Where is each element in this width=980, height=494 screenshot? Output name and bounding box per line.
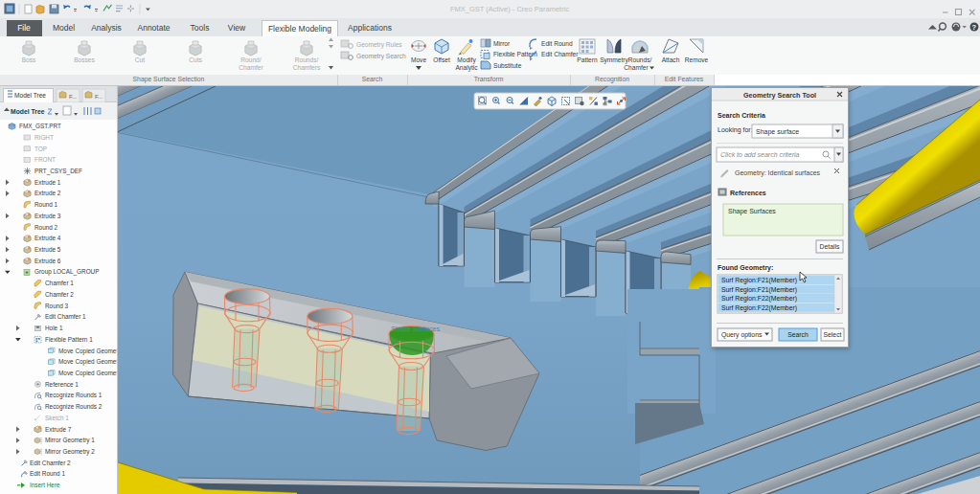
svg-text:Round/: Round/	[240, 56, 261, 63]
svg-text:F...: F...	[95, 94, 103, 100]
svg-text:Details: Details	[820, 243, 840, 250]
svg-text:Recognize Rounds 1: Recognize Rounds 1	[45, 392, 103, 399]
svg-text:Chamfer 1: Chamfer 1	[45, 280, 74, 286]
svg-text:FMX_GST.PRT: FMX_GST.PRT	[19, 123, 61, 130]
svg-text:Looking for:: Looking for:	[718, 126, 753, 134]
svg-text:Extrude 4: Extrude 4	[34, 235, 61, 241]
svg-text:Model Tree: Model Tree	[14, 92, 46, 99]
svg-text:Model Tree: Model Tree	[11, 108, 45, 115]
svg-text:Bosses: Bosses	[74, 56, 95, 63]
svg-text:Insert Here: Insert Here	[30, 482, 60, 488]
svg-text:Round 3: Round 3	[45, 303, 69, 309]
svg-text:References: References	[730, 190, 766, 196]
svg-text:Found Geometry:: Found Geometry:	[718, 264, 773, 272]
svg-text:F...: F...	[69, 94, 77, 100]
svg-text:Shape surface: Shape surface	[756, 128, 799, 136]
svg-text:Geometry Rules: Geometry Rules	[356, 41, 402, 49]
svg-text:TOP: TOP	[34, 146, 47, 152]
svg-text:Analytic: Analytic	[455, 64, 478, 72]
svg-text:Cuts: Cuts	[189, 56, 202, 63]
svg-text:Attach: Attach	[662, 56, 680, 63]
svg-text:Edit Round 1: Edit Round 1	[30, 470, 65, 477]
svg-text:FRONT: FRONT	[34, 156, 56, 163]
svg-text:Extrude 5: Extrude 5	[34, 246, 61, 253]
svg-text:Rounds/: Rounds/	[295, 56, 319, 63]
svg-text:Edit Chamfer 1: Edit Chamfer 1	[45, 313, 86, 320]
svg-text:Extrude 6: Extrude 6	[34, 258, 61, 264]
svg-text:Remove: Remove	[685, 56, 709, 63]
svg-text:PRT_CSYS_DEF: PRT_CSYS_DEF	[34, 168, 82, 175]
svg-text:Select: Select	[824, 331, 842, 338]
svg-text:Substitute: Substitute	[493, 62, 522, 69]
svg-text:Edit Round: Edit Round	[541, 40, 573, 47]
svg-text:Chamfer 2: Chamfer 2	[45, 291, 74, 298]
svg-text:Query options: Query options	[721, 331, 763, 339]
svg-text:Chamfer: Chamfer	[239, 64, 263, 71]
svg-text:Hole 1: Hole 1	[45, 325, 63, 331]
svg-text:Mirror Geometry 2: Mirror Geometry 2	[45, 448, 95, 456]
svg-text:Search Criteria: Search Criteria	[718, 112, 765, 119]
svg-text:Chamfers: Chamfers	[293, 64, 321, 71]
svg-text:Extrude 2: Extrude 2	[34, 190, 61, 196]
svg-text:Recognize Rounds 2: Recognize Rounds 2	[45, 403, 103, 411]
svg-text:Extrude 3: Extrude 3	[34, 213, 61, 219]
svg-text:Offset: Offset	[433, 56, 450, 63]
svg-text:Move Copied Geometry: Move Copied Geometry	[58, 348, 117, 355]
svg-text:Edit Chamfer 2: Edit Chamfer 2	[30, 460, 71, 466]
svg-text:Extrude 1: Extrude 1	[34, 179, 61, 186]
svg-text:FMX_GST (Active) - Creo Parame: FMX_GST (Active) - Creo Parametric	[450, 5, 569, 13]
svg-text:Mirror: Mirror	[493, 40, 511, 47]
svg-text:Geometry: Identical surfaces: Geometry: Identical surfaces	[735, 169, 821, 177]
svg-text:Geometry Search Tool: Geometry Search Tool	[743, 91, 816, 100]
svg-text:Surf Region:F21(Member): Surf Region:F21(Member)	[721, 286, 797, 294]
svg-text:Flexible Pattern 1: Flexible Pattern 1	[45, 336, 93, 343]
svg-text:Surf Region:F22(Member): Surf Region:F22(Member)	[721, 295, 797, 303]
svg-text:Round 2: Round 2	[34, 224, 58, 231]
svg-text:Sketch 1: Sketch 1	[45, 415, 69, 421]
svg-text:Search: Search	[787, 331, 809, 338]
svg-text:Surf Region:F21(Member): Surf Region:F21(Member)	[721, 277, 797, 284]
svg-text:Move Copied Geometry: Move Copied Geometry	[58, 370, 117, 377]
svg-text:?: ?	[971, 23, 976, 32]
svg-text:Shape Surfaces: Shape Surfaces	[391, 325, 441, 333]
svg-text:Geometry Search: Geometry Search	[356, 53, 406, 60]
svg-text:Chamfer: Chamfer	[624, 64, 649, 71]
svg-text:Shape Surfaces: Shape Surfaces	[728, 208, 776, 215]
svg-text:Reference 1: Reference 1	[45, 381, 79, 388]
svg-text:RIGHT: RIGHT	[34, 134, 54, 141]
svg-text:Click to add search criteria: Click to add search criteria	[720, 151, 800, 158]
svg-text:Round 1: Round 1	[34, 201, 58, 208]
svg-text:Mirror Geometry 1: Mirror Geometry 1	[45, 437, 95, 444]
svg-text:Surf Region:F22(Member): Surf Region:F22(Member)	[721, 304, 797, 312]
svg-text:Move Copied Geometry: Move Copied Geometry	[58, 358, 117, 366]
svg-text:Rounds/: Rounds/	[628, 56, 652, 63]
svg-text:Cut: Cut	[135, 56, 145, 63]
svg-text:Extrude 7: Extrude 7	[45, 426, 72, 433]
svg-text:Edit Chamfer: Edit Chamfer	[541, 51, 579, 57]
svg-text:Group LOCAL_GROUP: Group LOCAL_GROUP	[34, 268, 99, 276]
svg-text:Boss: Boss	[22, 56, 36, 63]
svg-text:Pattern: Pattern	[577, 56, 598, 63]
svg-text:Move: Move	[411, 56, 426, 63]
